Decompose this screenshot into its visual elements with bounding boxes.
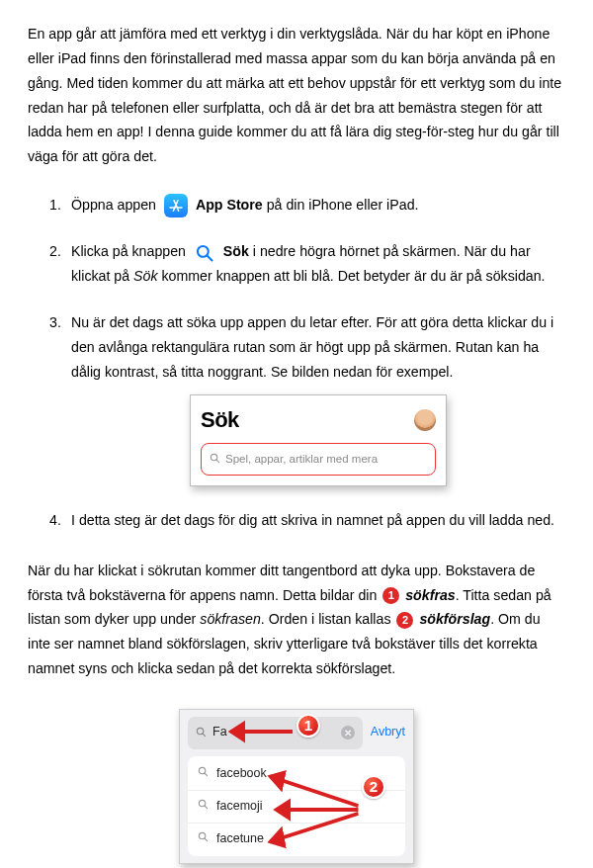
suggestion-text: facetune: [216, 828, 264, 850]
app-store-icon: [164, 194, 188, 217]
search-label: Sök: [223, 243, 249, 259]
suggestion-text: facebook: [216, 763, 267, 785]
step-text: Nu är det dags att söka upp appen du let…: [71, 314, 553, 380]
search-icon: [194, 242, 215, 264]
magnifier-icon: [198, 763, 209, 785]
suggestion-list: facebook facemoji facetune: [188, 756, 405, 857]
magnifier-icon: [210, 447, 220, 472]
figure-search-header: Sök Spel, appar, artiklar med mera: [71, 394, 565, 486]
callout-badge-2-fig: 2: [362, 775, 385, 799]
callout-badge-1-fig: 1: [296, 714, 320, 738]
term-sokfras: sökfras: [405, 587, 455, 603]
step-text: kommer knappen att bli blå. Det betyder …: [162, 268, 546, 284]
cancel-button[interactable]: Avbryt: [371, 722, 405, 743]
figure-search-suggestions: Fa ✕ Avbryt facebook facemoji: [28, 709, 565, 864]
step-number: 1.: [49, 193, 61, 217]
search-page-title: Sök: [201, 401, 239, 440]
term-sokforslag: sökförslag: [419, 611, 490, 627]
step-1: 1. Öppna appen App Store på din iPhone e…: [49, 193, 565, 217]
search-field-highlight[interactable]: Spel, appar, artiklar med mera: [201, 443, 436, 476]
magnifier-icon: [196, 721, 207, 745]
step-number: 2.: [49, 239, 61, 264]
callout-badge-2: 2: [396, 612, 413, 629]
text: . Orden i listan kallas: [261, 611, 391, 627]
step-4: 4. I detta steg är det dags för dig att …: [49, 508, 565, 533]
search-placeholder: Spel, appar, artiklar med mera: [225, 449, 378, 469]
suggestion-text: facemoji: [216, 796, 263, 818]
clear-icon[interactable]: ✕: [341, 726, 355, 739]
svg-line-5: [207, 255, 212, 260]
figure-box: Fa ✕ Avbryt facebook facemoji: [179, 709, 414, 864]
callout-badge-1: 1: [382, 587, 399, 604]
step-number: 4.: [49, 508, 61, 533]
step-text: på din iPhone eller iPad.: [267, 197, 419, 213]
paragraph-search-phrase: När du har klickat i sökrutan kommer dit…: [28, 559, 565, 681]
figure-box: Sök Spel, appar, artiklar med mera: [190, 394, 447, 486]
steps-list: 1. Öppna appen App Store på din iPhone e…: [49, 193, 565, 533]
magnifier-icon: [198, 796, 209, 818]
step-3: 3. Nu är det dags att söka upp appen du …: [49, 310, 565, 486]
search-input[interactable]: Fa ✕: [188, 717, 363, 749]
step-text: I detta steg är det dags för dig att skr…: [71, 512, 554, 528]
magnifier-icon: [198, 828, 209, 850]
avatar: [414, 409, 436, 431]
step-2: 2. Klicka på knappen Sök i nedre högra h…: [49, 239, 565, 289]
step-text: Öppna appen: [71, 197, 156, 213]
app-store-label: App Store: [196, 197, 263, 213]
intro-paragraph: En app går att jämföra med ett verktyg i…: [28, 22, 565, 169]
suggestion-row[interactable]: facetune: [188, 824, 405, 855]
svg-line-7: [216, 460, 219, 463]
step-text: Klicka på knappen: [71, 243, 186, 259]
svg-line-9: [203, 734, 206, 737]
step-italic: Sök: [133, 268, 157, 284]
term-sokfrasen: sökfrasen: [200, 611, 261, 627]
svg-line-13: [205, 806, 208, 809]
step-number: 3.: [49, 310, 61, 335]
svg-line-15: [205, 837, 208, 840]
svg-line-11: [205, 773, 208, 776]
